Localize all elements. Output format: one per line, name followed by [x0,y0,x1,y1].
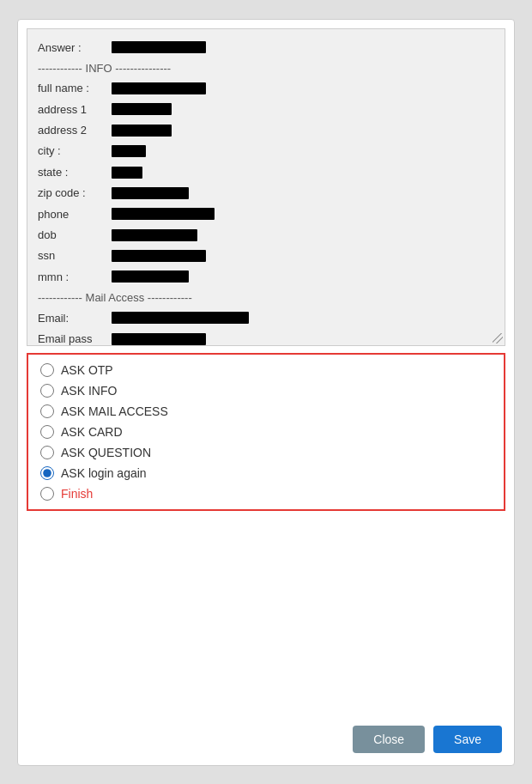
zipcode-label: zip code : [38,183,106,203]
dob-redacted [112,229,197,241]
radio-question-label: ASK QUESTION [61,446,151,459]
fullname-label: full name : [38,78,106,98]
state-row: state : [38,162,494,182]
ssn-row: ssn [38,246,494,265]
emailpass-redacted [112,333,206,345]
fullname-redacted [112,82,206,94]
radio-ask-mail[interactable]: ASK MAIL ACCESS [40,404,492,418]
radio-finish-label: Finish [61,487,93,501]
close-button[interactable]: Close [353,726,425,753]
email-redacted [112,312,249,324]
ssn-label: ssn [38,246,106,265]
scroll-area[interactable]: Answer : ------------ INFO -------------… [27,28,505,346]
radio-ask-info[interactable]: ASK INFO [40,384,492,398]
address1-row: address 1 [38,100,494,119]
mail-section-label: ------------ Mail Access ------------ [38,288,494,307]
phone-row: phone [38,204,494,224]
state-redacted [112,167,142,179]
radio-question-input[interactable] [40,446,54,459]
radio-finish[interactable]: Finish [40,487,492,501]
save-button[interactable]: Save [433,726,502,753]
address1-label: address 1 [38,100,106,119]
radio-otp-label: ASK OTP [61,363,113,377]
radio-ask-otp[interactable]: ASK OTP [40,363,492,377]
radio-info-label: ASK INFO [61,384,117,398]
address2-redacted [112,125,172,137]
address1-redacted [112,103,172,115]
email-row: Email: [38,308,494,328]
radio-finish-input[interactable] [40,487,54,501]
resize-handle[interactable] [493,333,503,343]
address2-label: address 2 [38,120,106,140]
zipcode-redacted [112,187,189,199]
ssn-redacted [112,250,206,262]
radio-login-label: ASK login again [61,466,147,480]
radio-ask-card[interactable]: ASK CARD [40,425,492,439]
city-label: city : [38,141,106,161]
city-redacted [112,145,146,157]
dob-row: dob [38,225,494,245]
answer-label: Answer : [38,38,106,58]
dob-label: dob [38,225,106,245]
footer: Close Save [18,712,514,765]
emailpass-label: Email pass [38,329,106,346]
phone-redacted [112,208,215,220]
state-label: state : [38,162,106,182]
radio-otp-input[interactable] [40,363,54,377]
address2-row: address 2 [38,120,494,140]
answer-row: Answer : [38,38,494,58]
zipcode-row: zip code : [38,183,494,203]
info-section-label: ------------ INFO --------------- [38,58,494,78]
radio-info-input[interactable] [40,384,54,398]
mmn-row: mmn : [38,267,494,287]
mmn-redacted [112,270,189,283]
email-label: Email: [38,308,106,328]
radio-ask-login[interactable]: ASK login again [40,466,492,480]
answer-redacted [112,41,206,53]
radio-mail-label: ASK MAIL ACCESS [61,404,168,418]
radio-ask-question[interactable]: ASK QUESTION [40,446,492,459]
dialog: Answer : ------------ INFO -------------… [17,19,515,766]
radio-card-input[interactable] [40,425,54,439]
fullname-row: full name : [38,78,494,98]
radio-section: ASK OTP ASK INFO ASK MAIL ACCESS ASK CAR… [27,353,505,511]
emailpass-row: Email pass [38,329,494,346]
city-row: city : [38,141,494,161]
radio-login-input[interactable] [40,466,54,480]
mmn-label: mmn : [38,267,106,287]
phone-label: phone [38,204,106,224]
radio-mail-input[interactable] [40,404,54,418]
radio-card-label: ASK CARD [61,425,123,439]
